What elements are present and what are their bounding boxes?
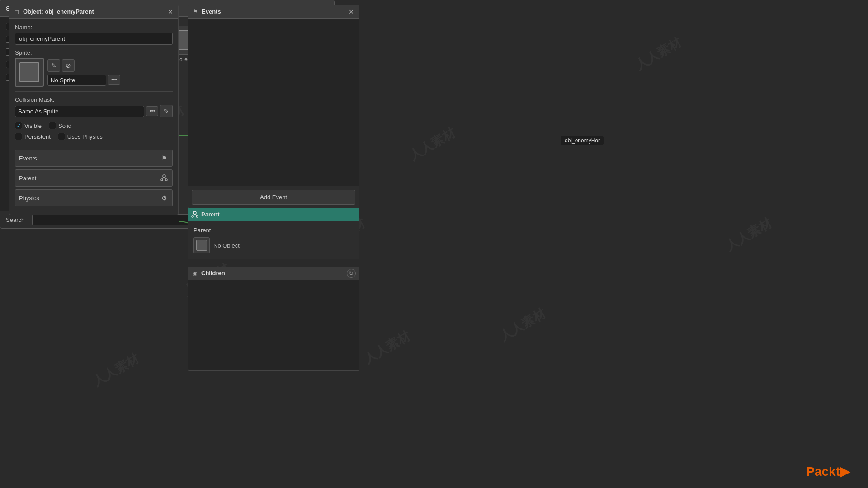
- svg-line-4: [164, 178, 166, 179]
- events-panel-titlebar: ⚑ Events ✕: [188, 5, 359, 19]
- sprite-btn-row: ✎ ⊘: [47, 59, 120, 72]
- name-label: Name:: [15, 24, 173, 31]
- events-panel-icon: ⚑: [192, 8, 199, 15]
- sprite-row: ✎ ⊘ •••: [15, 58, 173, 87]
- sprite-preview[interactable]: [15, 58, 44, 87]
- tooltip: obj_enemyHor: [561, 136, 604, 145]
- object-panel: ◻ Object: obj_enemyParent ✕ Name: Sprite…: [9, 5, 179, 215]
- visible-checkbox[interactable]: ✓ Visible: [15, 122, 42, 129]
- collision-edit-btn[interactable]: ✎: [160, 105, 173, 117]
- parent-panel-content: Parent No Object: [188, 221, 359, 259]
- sprite-controls: ✎ ⊘ •••: [47, 59, 120, 86]
- sprite-name-row: •••: [47, 75, 120, 86]
- parent-panel-icon: [191, 211, 198, 218]
- svg-point-0: [163, 175, 165, 178]
- sprite-clear-btn[interactable]: ⊘: [62, 59, 75, 72]
- no-object-label: No Object: [213, 242, 240, 249]
- uses-physics-checkbox-box: [58, 133, 65, 140]
- events-list: [188, 19, 359, 186]
- collision-dots-btn[interactable]: •••: [146, 106, 158, 116]
- sprite-preview-inner: [19, 62, 39, 82]
- events-content: Add Event: [188, 19, 359, 208]
- events-panel-title: Events: [202, 8, 347, 15]
- collision-input[interactable]: [15, 106, 144, 117]
- children-title: Children: [201, 270, 347, 277]
- uses-physics-checkbox[interactable]: Uses Physics: [58, 133, 103, 140]
- persistent-checkbox-box: [15, 133, 22, 140]
- search-label: Search: [6, 216, 28, 223]
- collision-label: Collision Mask:: [15, 96, 173, 103]
- name-input[interactable]: [15, 33, 173, 45]
- events-button[interactable]: Events ⚑: [15, 150, 173, 167]
- svg-line-3: [162, 178, 164, 179]
- collision-row: ••• ✎: [15, 105, 173, 117]
- visible-label: Visible: [24, 122, 42, 129]
- object-panel-titlebar: ◻ Object: obj_enemyParent ✕: [9, 5, 178, 19]
- sprite-label: Sprite:: [15, 49, 173, 56]
- children-titlebar: ◉ Children ↻: [188, 267, 359, 280]
- physics-button[interactable]: Physics ⚙: [15, 189, 173, 206]
- add-event-btn[interactable]: Add Event: [192, 190, 355, 205]
- visible-checkbox-box: ✓: [15, 122, 22, 129]
- parent-button-icon: [160, 174, 169, 183]
- children-section: ◉ Children ↻: [188, 267, 359, 371]
- checkboxes-row-1: ✓ Visible Solid: [15, 122, 173, 129]
- divider-2: [15, 145, 173, 145]
- children-icon: ◉: [191, 270, 198, 277]
- children-content: [188, 280, 359, 371]
- svg-point-6: [192, 216, 193, 217]
- solid-label: Solid: [58, 122, 71, 129]
- parent-button[interactable]: Parent: [15, 169, 173, 187]
- events-panel: ⚑ Events ✕ Add Event: [188, 5, 359, 209]
- uses-physics-label: Uses Physics: [67, 133, 103, 140]
- packt-logo: Packt▶: [806, 464, 850, 479]
- solid-checkbox[interactable]: Solid: [49, 122, 71, 129]
- svg-line-9: [195, 214, 197, 216]
- parent-obj-icon: [193, 237, 210, 253]
- svg-point-5: [193, 211, 196, 214]
- physics-button-icon: ⚙: [160, 193, 169, 202]
- events-button-label: Events: [19, 155, 37, 162]
- parent-panel-title: Parent: [201, 211, 356, 218]
- divider-1: [15, 91, 173, 92]
- object-panel-content: Name: Sprite: ✎ ⊘ •••: [9, 19, 178, 215]
- parent-obj-row: No Object: [193, 237, 354, 253]
- persistent-checkbox[interactable]: Persistent: [15, 133, 51, 140]
- parent-obj-preview: [196, 240, 207, 251]
- events-button-icon: ⚑: [160, 154, 169, 163]
- parent-panel: Parent Parent No Object: [188, 208, 359, 259]
- sprite-name-input[interactable]: [47, 75, 106, 86]
- checkboxes-row-2: Persistent Uses Physics: [15, 133, 173, 140]
- physics-button-label: Physics: [19, 195, 39, 202]
- children-refresh-btn[interactable]: ↻: [347, 269, 356, 278]
- sprite-section: ✎ ⊘ •••: [15, 58, 173, 87]
- sprite-dots-btn[interactable]: •••: [108, 75, 120, 85]
- svg-point-7: [196, 216, 198, 217]
- svg-line-8: [193, 214, 195, 216]
- persistent-label: Persistent: [24, 133, 51, 140]
- parent-button-label: Parent: [19, 175, 36, 182]
- solid-checkbox-box: [49, 122, 56, 129]
- svg-point-1: [161, 179, 163, 181]
- parent-label: Parent: [193, 227, 354, 234]
- object-icon: ◻: [13, 8, 20, 15]
- events-panel-close[interactable]: ✕: [347, 8, 355, 16]
- parent-panel-titlebar: Parent: [188, 208, 359, 221]
- sprite-edit-btn[interactable]: ✎: [47, 59, 60, 72]
- object-panel-close[interactable]: ✕: [166, 8, 175, 16]
- svg-point-2: [165, 179, 167, 181]
- object-panel-title: Object: obj_enemyParent: [23, 8, 166, 15]
